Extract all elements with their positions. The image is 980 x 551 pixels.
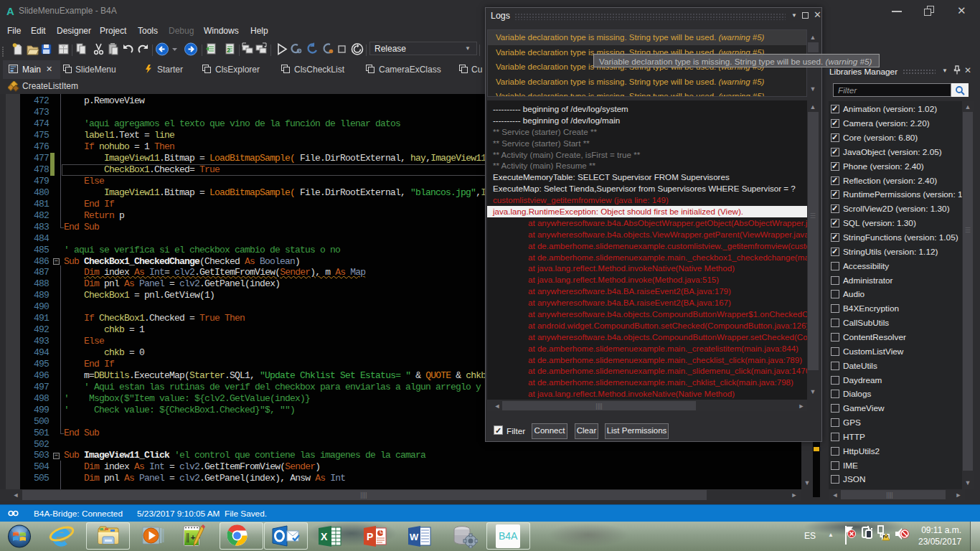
svg-text:X: X xyxy=(321,531,328,542)
svg-text:W: W xyxy=(410,532,419,542)
svg-text:2: 2 xyxy=(227,47,230,54)
svg-text:P: P xyxy=(367,531,373,542)
